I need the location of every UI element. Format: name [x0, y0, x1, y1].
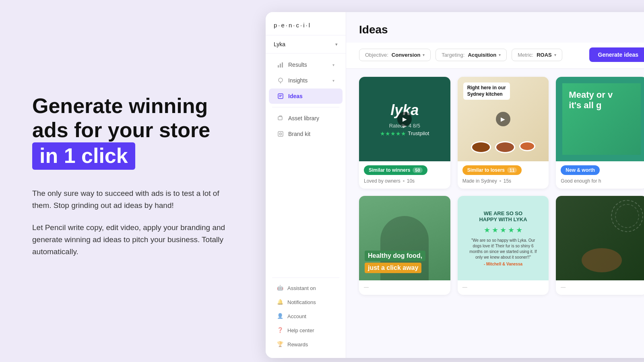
- app-window: p·e·n·c·i·l Lyka ▾ Results ▾: [266, 12, 644, 358]
- card-3-info-text: Good enough for h: [561, 178, 601, 184]
- card-2-badge: Similar to losers 11: [462, 165, 522, 175]
- card-5-meta: —: [458, 280, 549, 295]
- workspace-chevron-icon: ▾: [335, 42, 338, 47]
- svg-rect-9: [278, 132, 283, 136]
- ideas-icon: [277, 93, 284, 100]
- ad-card-3[interactable]: Meaty or vit's all g New & worth Good en…: [556, 77, 644, 189]
- card-2-info-text: Made in Sydney: [462, 178, 497, 184]
- sidebar-item-help[interactable]: ❓ Help center: [269, 323, 343, 337]
- card-6-placeholder: —: [561, 284, 566, 290]
- card-1-info-time: 10s: [407, 178, 415, 184]
- hero-body: The only sure way to succeed with ads is…: [32, 187, 233, 268]
- play-button-2-icon[interactable]: ▶: [496, 112, 510, 126]
- food-pile: [582, 248, 622, 272]
- badge-label: Similar to winners: [369, 167, 410, 173]
- card-3-info: Good enough for h: [561, 178, 642, 184]
- cards-grid: lyka Rated▶ 4 8/5 ★★★★★ Trustpilot ▶ Sim…: [359, 77, 644, 295]
- sidebar-item-rewards[interactable]: 🏆 Rewards: [269, 337, 343, 351]
- sidebar-item-help-label: Help center: [287, 327, 314, 333]
- card-1-badge: Similar to winners 50: [364, 165, 427, 175]
- card-1-thumbnail: lyka Rated▶ 4 8/5 ★★★★★ Trustpilot ▶: [359, 77, 450, 161]
- insights-chevron-icon: ▾: [332, 78, 334, 83]
- healthy-dog-text-2: just a click away: [365, 263, 421, 273]
- sidebar-item-insights[interactable]: Insights ▾: [269, 73, 343, 88]
- card-5-thumbnail: WE ARE SO SOHAPPY WITH LYKA ★ ★ ★ ★ ★ "W…: [458, 196, 549, 280]
- sidebar-logo: p·e·n·c·i·l: [266, 12, 346, 35]
- targeting-chevron-icon: ▾: [499, 53, 501, 57]
- notifications-icon: 🔔: [277, 299, 283, 305]
- cards-container: lyka Rated▶ 4 8/5 ★★★★★ Trustpilot ▶ Sim…: [346, 69, 644, 358]
- objective-filter[interactable]: Objective: Conversion ▾: [359, 49, 431, 61]
- circle-deco-2: [615, 204, 639, 228]
- sidebar-item-rewards-label: Rewards: [287, 341, 308, 348]
- results-icon: [277, 61, 284, 68]
- main-content: Ideas Objective: Conversion ▾ Targeting:…: [346, 12, 644, 358]
- badge-2-label: Similar to losers: [467, 167, 505, 173]
- hero-section: Generate winning ads for your store in 1…: [0, 70, 266, 292]
- brand-kit-icon: [277, 130, 284, 138]
- sidebar-item-ideas[interactable]: Ideas: [269, 88, 343, 104]
- sidebar-item-asset-library[interactable]: Asset library: [269, 111, 343, 126]
- star-5-icon: ★: [516, 226, 522, 234]
- hero-line1: Generate winning: [32, 94, 208, 117]
- card-4-placeholder: —: [364, 284, 369, 290]
- star-1-icon: ★: [484, 226, 490, 234]
- sidebar-item-notifications[interactable]: 🔔 Notifications: [269, 295, 343, 309]
- ad-card-2[interactable]: Right here in ourSydney kitchen ▶ Simila…: [458, 77, 549, 189]
- sidebar-divider: [272, 107, 339, 107]
- hero-body-para2: Let Pencil write copy, edit video, apply…: [32, 222, 233, 258]
- objective-chevron-icon: ▾: [423, 53, 425, 57]
- insights-icon: [277, 77, 284, 84]
- play-button-icon[interactable]: ▶: [397, 112, 412, 126]
- dot-separator: [403, 180, 405, 182]
- objective-value: Conversion: [392, 52, 421, 58]
- asset-library-icon: [277, 115, 284, 122]
- sidebar-workspace[interactable]: Lyka ▾: [266, 35, 346, 53]
- sidebar-item-brand-kit[interactable]: Brand kit: [269, 126, 343, 142]
- sidebar-item-results[interactable]: Results ▾: [269, 57, 343, 72]
- ad-card-1[interactable]: lyka Rated▶ 4 8/5 ★★★★★ Trustpilot ▶ Sim…: [359, 77, 450, 189]
- svg-point-3: [279, 78, 283, 82]
- meaty-text: Meaty or vit's all g: [569, 90, 613, 111]
- card-1-info: Loved by owners 10s: [364, 178, 446, 184]
- bowl-3: [519, 141, 535, 151]
- help-icon: ❓: [277, 327, 283, 333]
- targeting-filter[interactable]: Targeting: Acquisition ▾: [436, 49, 507, 61]
- card-1-meta: Similar to winners 50 Loved by owners 10…: [359, 161, 450, 189]
- card-3-meta: New & worth Good enough for h: [556, 161, 644, 189]
- badge-count: 50: [413, 167, 422, 173]
- healthy-dog-overlay: Healthy dog food, just a click away: [365, 251, 445, 273]
- card-3-thumbnail: Meaty or vit's all g: [556, 77, 644, 161]
- sidebar-item-assistant-label: Assistant on: [287, 285, 316, 291]
- card-6-pattern: [556, 196, 644, 280]
- hero-highlight: in 1 click: [32, 142, 135, 170]
- svg-rect-2: [282, 62, 283, 68]
- card-2-info: Made in Sydney 15s: [462, 178, 544, 184]
- card-5-placeholder: —: [462, 284, 467, 290]
- happy-quote: "We are so so happy with Lyka. Our dogs …: [464, 238, 543, 260]
- card-6-info: —: [561, 284, 642, 290]
- workspace-label: Lyka: [274, 41, 285, 47]
- sidebar-item-assistant[interactable]: 🤖 Assistant on: [269, 281, 343, 295]
- sidebar-item-notifications-label: Notifications: [287, 299, 316, 305]
- page-title: Ideas: [359, 23, 644, 36]
- sidebar-nav: Results ▾ Insights ▾: [266, 53, 346, 271]
- ad-card-6[interactable]: —: [556, 196, 644, 295]
- card-4-info: —: [364, 284, 446, 290]
- ad-card-5[interactable]: WE ARE SO SOHAPPY WITH LYKA ★ ★ ★ ★ ★ "W…: [458, 196, 549, 295]
- card-4-meta: —: [359, 280, 450, 295]
- trustpilot-label: Trustpilot: [408, 130, 429, 136]
- sidebar-item-asset-library-label: Asset library: [288, 115, 319, 121]
- ad-card-4[interactable]: Healthy dog food, just a click away —: [359, 196, 450, 295]
- sidebar: p·e·n·c·i·l Lyka ▾ Results ▾: [266, 12, 346, 358]
- badge-3-label: New & worth: [566, 167, 595, 173]
- sidebar-item-insights-label: Insights: [288, 77, 308, 84]
- svg-rect-5: [278, 94, 283, 99]
- card-3-bg: Meaty or vit's all g: [562, 83, 641, 155]
- sidebar-item-account[interactable]: 👤 Account: [269, 309, 343, 323]
- card-2-info-time: 15s: [504, 178, 511, 184]
- metric-filter[interactable]: Metric: ROAS ▾: [512, 49, 562, 61]
- svg-rect-8: [278, 117, 282, 120]
- objective-label: Objective:: [365, 52, 388, 58]
- generate-ideas-button[interactable]: Generate ideas: [589, 47, 644, 62]
